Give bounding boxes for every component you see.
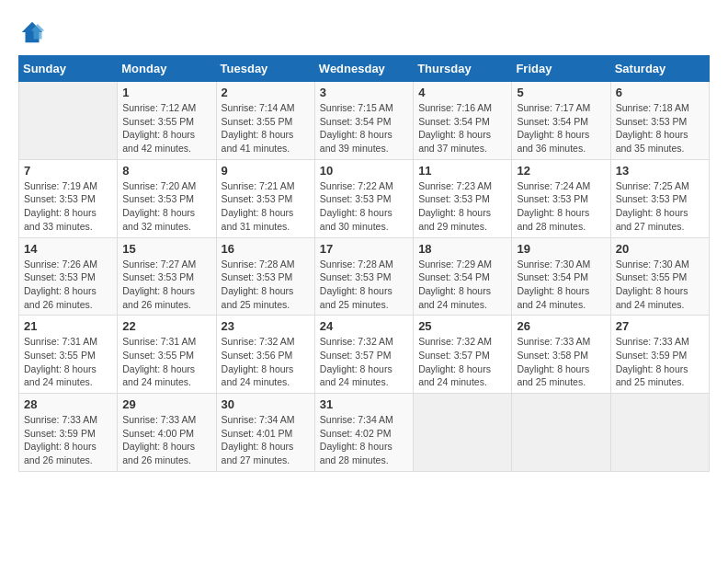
day-number: 28 xyxy=(24,397,112,411)
day-info: Sunrise: 7:12 AM Sunset: 3:55 PM Dayligh… xyxy=(122,101,210,155)
day-number: 15 xyxy=(122,242,210,256)
calendar-cell xyxy=(19,82,118,160)
day-number: 27 xyxy=(616,319,704,333)
calendar-cell: 27Sunrise: 7:33 AM Sunset: 3:59 PM Dayli… xyxy=(610,316,709,394)
weekday-header-wednesday: Wednesday xyxy=(314,56,413,82)
day-number: 29 xyxy=(122,397,210,411)
calendar-cell: 8Sunrise: 7:20 AM Sunset: 3:53 PM Daylig… xyxy=(118,159,216,237)
day-number: 4 xyxy=(418,86,506,99)
day-number: 23 xyxy=(222,319,310,333)
day-number: 5 xyxy=(517,86,605,99)
day-number: 3 xyxy=(320,86,408,99)
calendar-body: 1Sunrise: 7:12 AM Sunset: 3:55 PM Daylig… xyxy=(19,82,710,472)
calendar-cell: 16Sunrise: 7:28 AM Sunset: 3:53 PM Dayli… xyxy=(216,237,314,316)
calendar-cell: 19Sunrise: 7:30 AM Sunset: 3:54 PM Dayli… xyxy=(512,237,610,316)
day-number: 8 xyxy=(122,164,210,178)
day-info: Sunrise: 7:19 AM Sunset: 3:53 PM Dayligh… xyxy=(24,179,112,234)
day-info: Sunrise: 7:18 AM Sunset: 3:53 PM Dayligh… xyxy=(616,101,704,155)
calendar-cell: 14Sunrise: 7:26 AM Sunset: 3:53 PM Dayli… xyxy=(19,237,118,316)
calendar-cell: 15Sunrise: 7:27 AM Sunset: 3:53 PM Dayli… xyxy=(118,237,216,316)
day-number: 11 xyxy=(418,164,506,178)
calendar-cell: 25Sunrise: 7:32 AM Sunset: 3:57 PM Dayli… xyxy=(414,316,512,394)
day-number: 12 xyxy=(517,164,605,178)
day-number: 9 xyxy=(222,164,310,178)
page-header xyxy=(18,18,710,46)
calendar-cell: 9Sunrise: 7:21 AM Sunset: 3:53 PM Daylig… xyxy=(216,159,314,237)
day-info: Sunrise: 7:30 AM Sunset: 3:55 PM Dayligh… xyxy=(616,258,704,312)
day-info: Sunrise: 7:33 AM Sunset: 4:00 PM Dayligh… xyxy=(122,413,210,467)
calendar-cell: 7Sunrise: 7:19 AM Sunset: 3:53 PM Daylig… xyxy=(19,159,118,237)
calendar-cell: 20Sunrise: 7:30 AM Sunset: 3:55 PM Dayli… xyxy=(610,237,709,316)
calendar-week-2: 7Sunrise: 7:19 AM Sunset: 3:53 PM Daylig… xyxy=(19,159,710,237)
day-info: Sunrise: 7:28 AM Sunset: 3:53 PM Dayligh… xyxy=(320,258,408,312)
day-info: Sunrise: 7:32 AM Sunset: 3:56 PM Dayligh… xyxy=(222,335,310,389)
day-number: 10 xyxy=(320,164,408,178)
calendar-week-1: 1Sunrise: 7:12 AM Sunset: 3:55 PM Daylig… xyxy=(19,82,710,160)
day-number: 21 xyxy=(24,319,112,333)
day-number: 17 xyxy=(320,242,408,256)
calendar-cell: 2Sunrise: 7:14 AM Sunset: 3:55 PM Daylig… xyxy=(216,82,314,160)
weekday-header-friday: Friday xyxy=(512,56,610,82)
day-info: Sunrise: 7:17 AM Sunset: 3:54 PM Dayligh… xyxy=(517,101,605,155)
calendar-cell: 13Sunrise: 7:25 AM Sunset: 3:53 PM Dayli… xyxy=(610,159,709,237)
calendar-cell: 12Sunrise: 7:24 AM Sunset: 3:53 PM Dayli… xyxy=(512,159,610,237)
day-info: Sunrise: 7:34 AM Sunset: 4:02 PM Dayligh… xyxy=(320,413,408,467)
weekday-header-monday: Monday xyxy=(118,56,216,82)
calendar-cell: 10Sunrise: 7:22 AM Sunset: 3:53 PM Dayli… xyxy=(314,159,413,237)
calendar-cell: 4Sunrise: 7:16 AM Sunset: 3:54 PM Daylig… xyxy=(414,82,512,160)
calendar-cell xyxy=(610,394,709,472)
day-info: Sunrise: 7:33 AM Sunset: 3:58 PM Dayligh… xyxy=(517,335,605,389)
calendar-cell: 26Sunrise: 7:33 AM Sunset: 3:58 PM Dayli… xyxy=(512,316,610,394)
day-number: 31 xyxy=(320,397,408,411)
day-info: Sunrise: 7:22 AM Sunset: 3:53 PM Dayligh… xyxy=(320,179,408,234)
day-number: 18 xyxy=(418,242,506,256)
calendar-cell xyxy=(512,394,610,472)
day-info: Sunrise: 7:26 AM Sunset: 3:53 PM Dayligh… xyxy=(24,258,112,312)
day-info: Sunrise: 7:33 AM Sunset: 3:59 PM Dayligh… xyxy=(24,413,112,467)
day-info: Sunrise: 7:21 AM Sunset: 3:53 PM Dayligh… xyxy=(222,179,310,234)
day-info: Sunrise: 7:27 AM Sunset: 3:53 PM Dayligh… xyxy=(122,258,210,312)
weekday-header-saturday: Saturday xyxy=(610,56,709,82)
calendar-cell xyxy=(414,394,512,472)
day-number: 2 xyxy=(222,86,310,99)
day-number: 1 xyxy=(122,86,210,99)
calendar-cell: 17Sunrise: 7:28 AM Sunset: 3:53 PM Dayli… xyxy=(314,237,413,316)
calendar-cell: 6Sunrise: 7:18 AM Sunset: 3:53 PM Daylig… xyxy=(610,82,709,160)
calendar-cell: 5Sunrise: 7:17 AM Sunset: 3:54 PM Daylig… xyxy=(512,82,610,160)
day-number: 25 xyxy=(418,319,506,333)
day-number: 26 xyxy=(517,319,605,333)
day-info: Sunrise: 7:33 AM Sunset: 3:59 PM Dayligh… xyxy=(616,335,704,389)
calendar-table: SundayMondayTuesdayWednesdayThursdayFrid… xyxy=(18,55,710,472)
day-info: Sunrise: 7:34 AM Sunset: 4:01 PM Dayligh… xyxy=(222,413,310,467)
day-info: Sunrise: 7:30 AM Sunset: 3:54 PM Dayligh… xyxy=(517,258,605,312)
day-info: Sunrise: 7:31 AM Sunset: 3:55 PM Dayligh… xyxy=(122,335,210,389)
weekday-header-row: SundayMondayTuesdayWednesdayThursdayFrid… xyxy=(19,56,710,82)
calendar-cell: 23Sunrise: 7:32 AM Sunset: 3:56 PM Dayli… xyxy=(216,316,314,394)
calendar-cell: 29Sunrise: 7:33 AM Sunset: 4:00 PM Dayli… xyxy=(118,394,216,472)
day-number: 24 xyxy=(320,319,408,333)
day-number: 19 xyxy=(517,242,605,256)
logo-icon xyxy=(18,18,46,46)
calendar-cell: 22Sunrise: 7:31 AM Sunset: 3:55 PM Dayli… xyxy=(118,316,216,394)
day-number: 13 xyxy=(616,164,704,178)
day-info: Sunrise: 7:24 AM Sunset: 3:53 PM Dayligh… xyxy=(517,179,605,234)
weekday-header-tuesday: Tuesday xyxy=(216,56,314,82)
calendar-week-5: 28Sunrise: 7:33 AM Sunset: 3:59 PM Dayli… xyxy=(19,394,710,472)
day-info: Sunrise: 7:15 AM Sunset: 3:54 PM Dayligh… xyxy=(320,101,408,155)
day-number: 20 xyxy=(616,242,704,256)
weekday-header-thursday: Thursday xyxy=(414,56,512,82)
day-number: 6 xyxy=(616,86,704,99)
calendar-header: SundayMondayTuesdayWednesdayThursdayFrid… xyxy=(19,56,710,82)
calendar-cell: 1Sunrise: 7:12 AM Sunset: 3:55 PM Daylig… xyxy=(118,82,216,160)
logo xyxy=(18,18,50,46)
day-number: 22 xyxy=(122,319,210,333)
day-info: Sunrise: 7:20 AM Sunset: 3:53 PM Dayligh… xyxy=(122,179,210,234)
calendar-cell: 24Sunrise: 7:32 AM Sunset: 3:57 PM Dayli… xyxy=(314,316,413,394)
day-info: Sunrise: 7:16 AM Sunset: 3:54 PM Dayligh… xyxy=(418,101,506,155)
day-info: Sunrise: 7:25 AM Sunset: 3:53 PM Dayligh… xyxy=(616,179,704,234)
calendar-cell: 21Sunrise: 7:31 AM Sunset: 3:55 PM Dayli… xyxy=(19,316,118,394)
day-info: Sunrise: 7:31 AM Sunset: 3:55 PM Dayligh… xyxy=(24,335,112,389)
calendar-cell: 31Sunrise: 7:34 AM Sunset: 4:02 PM Dayli… xyxy=(314,394,413,472)
calendar-week-3: 14Sunrise: 7:26 AM Sunset: 3:53 PM Dayli… xyxy=(19,237,710,316)
day-info: Sunrise: 7:28 AM Sunset: 3:53 PM Dayligh… xyxy=(222,258,310,312)
